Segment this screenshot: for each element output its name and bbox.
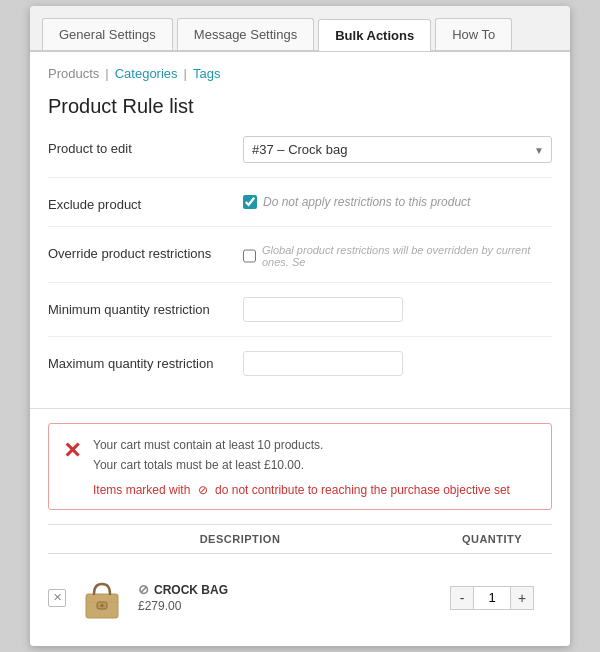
form-row-exclude: Exclude product Do not apply restriction… <box>48 192 552 227</box>
override-control: Global product restrictions will be over… <box>243 241 552 268</box>
subnav-tags[interactable]: Tags <box>193 66 220 81</box>
no-contribute-icon: ⊘ <box>198 483 208 497</box>
exclude-product-control: Do not apply restrictions to this produc… <box>243 192 552 209</box>
subnav-sep-2: | <box>184 66 187 81</box>
quantity-control: - + <box>432 586 552 610</box>
subnav-sep-1: | <box>105 66 108 81</box>
label-min-qty: Minimum quantity restriction <box>48 297 243 317</box>
qty-decrease-button[interactable]: - <box>450 586 474 610</box>
alert-line-1: Your cart must contain at least 10 produ… <box>93 438 323 452</box>
qty-increase-button[interactable]: + <box>510 586 534 610</box>
product-info: ⊘ CROCK BAG £279.00 <box>138 582 422 613</box>
product-price: £279.00 <box>138 599 422 613</box>
alert-content: Your cart must contain at least 10 produ… <box>93 436 537 496</box>
override-checkbox-label: Global product restrictions will be over… <box>262 244 552 268</box>
sub-navigation: Products | Categories | Tags <box>48 66 552 81</box>
subnav-products[interactable]: Products <box>48 66 99 81</box>
min-qty-control <box>243 297 552 322</box>
alert-message: Your cart must contain at least 10 produ… <box>93 436 537 474</box>
tab-how-to[interactable]: How To <box>435 18 512 50</box>
min-qty-input[interactable] <box>243 297 403 322</box>
tab-message-settings[interactable]: Message Settings <box>177 18 314 50</box>
col-header-description: DESCRIPTION <box>48 533 432 545</box>
product-image <box>76 572 128 624</box>
alert-note-suffix: do not contribute to reaching the purcha… <box>215 483 510 497</box>
alert-box: ✕ Your cart must contain at least 10 pro… <box>48 423 552 509</box>
no-contribute-badge: ⊘ <box>138 582 149 597</box>
alert-note-prefix: Items marked with <box>93 483 190 497</box>
remove-button[interactable]: ✕ <box>48 589 66 607</box>
exclude-product-checkbox-label: Do not apply restrictions to this produc… <box>263 195 470 209</box>
exclude-product-checkbox[interactable] <box>243 195 257 209</box>
form-row-min-qty: Minimum quantity restriction <box>48 297 552 337</box>
tab-bar: General Settings Message Settings Bulk A… <box>30 6 570 51</box>
product-name-text: CROCK BAG <box>154 583 228 597</box>
alert-section: ✕ Your cart must contain at least 10 pro… <box>30 408 570 523</box>
bag-svg-icon <box>76 572 128 624</box>
form-row-override: Override product restrictions Global pro… <box>48 241 552 283</box>
label-exclude-product: Exclude product <box>48 192 243 212</box>
tab-general-settings[interactable]: General Settings <box>42 18 173 50</box>
form-row-product: Product to edit #37 – Crock bag ▼ <box>48 136 552 178</box>
section-title: Product Rule list <box>48 95 552 118</box>
tab-bulk-actions[interactable]: Bulk Actions <box>318 19 431 51</box>
main-panel: General Settings Message Settings Bulk A… <box>30 6 570 645</box>
product-name: ⊘ CROCK BAG <box>138 582 422 597</box>
product-select[interactable]: #37 – Crock bag <box>243 136 552 163</box>
main-content: Products | Categories | Tags Product Rul… <box>30 51 570 408</box>
label-max-qty: Maximum quantity restriction <box>48 351 243 371</box>
alert-note: Items marked with ⊘ do not contribute to… <box>93 483 537 497</box>
svg-point-2 <box>101 604 104 607</box>
alert-x-icon: ✕ <box>63 438 81 464</box>
label-override-restrictions: Override product restrictions <box>48 241 243 261</box>
table-row: ✕ ⊘ CROCK BAG £2 <box>48 564 552 632</box>
label-product-to-edit: Product to edit <box>48 136 243 156</box>
subnav-categories[interactable]: Categories <box>115 66 178 81</box>
max-qty-control <box>243 351 552 376</box>
table-header: DESCRIPTION QUANTITY <box>48 524 552 554</box>
alert-line-2: Your cart totals must be at least £10.00… <box>93 458 304 472</box>
max-qty-input[interactable] <box>243 351 403 376</box>
product-select-wrapper: #37 – Crock bag ▼ <box>243 136 552 163</box>
qty-input[interactable] <box>474 586 510 610</box>
table-section: DESCRIPTION QUANTITY ✕ <box>30 524 570 646</box>
form-row-max-qty: Maximum quantity restriction <box>48 351 552 390</box>
override-checkbox[interactable] <box>243 249 256 263</box>
col-header-quantity: QUANTITY <box>432 533 552 545</box>
